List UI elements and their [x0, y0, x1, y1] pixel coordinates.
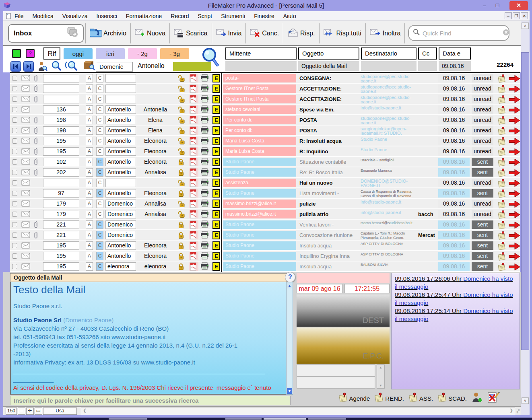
green-flag-button[interactable]: [12, 49, 21, 58]
printer-icon[interactable]: [200, 241, 209, 250]
recipient-cell[interactable]: marco.bettazzi@studiobeta.bo.it: [361, 220, 417, 229]
sender-cell[interactable]: Studio Paone: [223, 262, 296, 271]
assignee-field[interactable]: Antonella: [138, 105, 172, 114]
pdf-icon[interactable]: [189, 126, 198, 135]
inner-minimize-button[interactable]: –: [505, 12, 512, 19]
a-flag-button[interactable]: A: [86, 95, 93, 103]
a-flag-button[interactable]: A: [86, 84, 93, 93]
envelope-icon[interactable]: [21, 221, 30, 230]
search-again-icon[interactable]: [64, 60, 78, 73]
cc-cell[interactable]: [418, 116, 437, 124]
row-checkbox[interactable]: [12, 149, 17, 154]
close-button[interactable]: ✕: [509, 1, 528, 10]
menu-script[interactable]: Script: [198, 13, 212, 19]
scroll-right-icon[interactable]: ❯: [509, 408, 513, 413]
envelope-icon[interactable]: [21, 159, 30, 167]
row-checkbox[interactable]: [12, 138, 17, 144]
inner-restore-button[interactable]: ❐: [513, 12, 520, 19]
lock-open-icon[interactable]: [177, 179, 186, 187]
mail-row[interactable]: 102ACAntonelloEleonoraEStudio PaoneSitua…: [10, 157, 520, 167]
envelope-icon[interactable]: [21, 263, 30, 272]
sender-cell[interactable]: Studio Paone: [223, 231, 296, 239]
horizontal-scrollbar[interactable]: [81, 407, 515, 415]
menu-strumenti[interactable]: Strumenti: [221, 13, 245, 19]
mode-selector[interactable]: Usa: [43, 408, 77, 415]
owner-field[interactable]: Domenico: [105, 210, 136, 218]
recipient-cell[interactable]: studiopaone@pec.studio-paone.it: [361, 95, 417, 103]
assignee-field[interactable]: [138, 179, 172, 187]
column-header-cc[interactable]: Cc: [418, 47, 437, 60]
clear-search-icon[interactable]: [503, 29, 509, 37]
forward-arrow-icon[interactable]: [509, 159, 520, 167]
toolbar-button-risp[interactable]: Risp.: [283, 23, 319, 43]
delete-record-icon[interactable]: [487, 391, 500, 405]
a-flag-button[interactable]: A: [86, 220, 93, 229]
note-pin-icon[interactable]: [497, 147, 506, 156]
note-pin-icon[interactable]: [497, 95, 506, 103]
user-filter-field[interactable]: Domenic: [96, 62, 133, 72]
epc-panel[interactable]: E.P.C.: [297, 327, 390, 364]
email-button[interactable]: E: [212, 252, 220, 260]
note-pin-icon[interactable]: [497, 210, 506, 218]
message-number-field[interactable]: 221: [43, 231, 79, 239]
sender-cell[interactable]: Gestore ITnet Posta: [223, 84, 296, 93]
sender-cell[interactable]: Studio Paone: [223, 252, 296, 260]
a-flag-button[interactable]: A: [86, 116, 93, 124]
menu-aiuto[interactable]: Aiuto: [283, 13, 296, 19]
assignee-field[interactable]: Eleonora: [138, 241, 172, 250]
a-flag-button[interactable]: A: [86, 158, 93, 166]
message-number-field[interactable]: 136: [43, 105, 79, 114]
cc-cell[interactable]: [418, 147, 437, 156]
mail-row[interactable]: 195ACeleonoraeleonoraEStudio PaoneInsolu…: [10, 261, 520, 272]
first-record-button[interactable]: [10, 61, 21, 72]
cc-cell[interactable]: [418, 168, 437, 177]
sender-cell[interactable]: Maria Luisa Costa: [223, 137, 296, 145]
email-button[interactable]: E: [212, 95, 220, 103]
forward-arrow-icon[interactable]: [509, 138, 520, 146]
forward-arrow-icon[interactable]: [509, 190, 520, 198]
subject-cell[interactable]: POSTA: [298, 126, 359, 135]
scroll-down-icon[interactable]: ▼: [378, 384, 384, 387]
pdf-icon[interactable]: [189, 200, 198, 208]
cc-cell[interactable]: [418, 262, 437, 271]
sender-cell[interactable]: posta-: [223, 74, 296, 82]
envelope-icon[interactable]: [21, 75, 30, 83]
recipient-cell[interactable]: Capitani L.- Toni R.; Macchi Pierangela;…: [361, 231, 417, 239]
assignee-field[interactable]: Elena: [138, 126, 172, 135]
c-flag-button[interactable]: C: [96, 210, 103, 218]
assignee-field[interactable]: Elena: [138, 116, 172, 124]
recipient-cell[interactable]: studiopaone@pec.studio-paone.it: [361, 116, 417, 124]
assignee-field[interactable]: Eleonora: [138, 252, 172, 260]
row-checkbox[interactable]: [12, 117, 17, 123]
pdf-icon[interactable]: [189, 116, 198, 124]
envelope-icon[interactable]: [21, 138, 30, 146]
assignee-field[interactable]: [138, 231, 172, 239]
printer-icon[interactable]: [200, 179, 209, 187]
note-pin-icon[interactable]: [497, 116, 506, 124]
subject-cell[interactable]: Hai un nuovo: [298, 179, 359, 187]
a-flag-button[interactable]: A: [86, 74, 93, 82]
c-flag-button[interactable]: C: [96, 126, 103, 135]
assignee-field[interactable]: [138, 84, 172, 93]
a-flag-button[interactable]: A: [86, 168, 93, 177]
forward-arrow-icon[interactable]: [509, 169, 520, 177]
envelope-icon[interactable]: [21, 169, 30, 177]
mail-row[interactable]: 179ACDomenicoAnnalisaEmassimo.brizzi@ali…: [10, 199, 520, 209]
subject-cell[interactable]: Lista movimenti -: [298, 189, 359, 198]
sender-cell[interactable]: Studio Paone: [223, 220, 296, 229]
email-button[interactable]: E: [212, 220, 220, 229]
c-flag-button[interactable]: C: [96, 95, 103, 103]
zoom-out-button[interactable]: –: [18, 408, 25, 415]
subject-cell[interactable]: POSTA: [298, 116, 359, 124]
owner-field[interactable]: Domenico: [105, 231, 136, 239]
c-flag-button[interactable]: C: [96, 116, 103, 124]
note-pin-icon[interactable]: [497, 241, 506, 250]
person-add-icon[interactable]: [471, 391, 483, 405]
pdf-icon[interactable]: [189, 262, 198, 271]
lock-closed-icon[interactable]: [177, 221, 185, 229]
toolbar-button-inoltra[interactable]: Inoltra: [366, 23, 405, 43]
message-number-field[interactable]: 202: [43, 168, 79, 177]
assignee-field[interactable]: Eleonora: [138, 147, 172, 156]
sender-cell[interactable]: Studio Paone: [223, 168, 296, 177]
a-flag-button[interactable]: A: [86, 137, 93, 145]
